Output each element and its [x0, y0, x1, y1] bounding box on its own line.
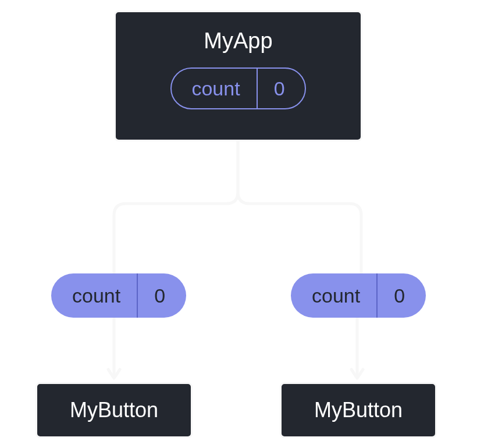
prop-pill-left: count 0 — [51, 273, 186, 318]
state-value: 0 — [258, 69, 305, 108]
prop-value: 0 — [138, 273, 186, 318]
component-tree-diagram: MyApp count 0 count 0 count 0 MyButton M… — [0, 0, 477, 448]
child-component-name: MyButton — [70, 398, 158, 422]
prop-label: count — [291, 273, 376, 318]
prop-pill-right: count 0 — [291, 273, 426, 318]
state-label: count — [172, 69, 256, 108]
child-component-box-right: MyButton — [280, 382, 437, 438]
child-component-name: MyButton — [314, 398, 403, 422]
prop-value: 0 — [378, 273, 426, 318]
parent-component-box: MyApp count 0 — [114, 10, 362, 141]
child-component-box-left: MyButton — [35, 382, 193, 438]
prop-label: count — [51, 273, 137, 318]
parent-component-name: MyApp — [204, 29, 272, 54]
state-pill: count 0 — [170, 67, 305, 109]
